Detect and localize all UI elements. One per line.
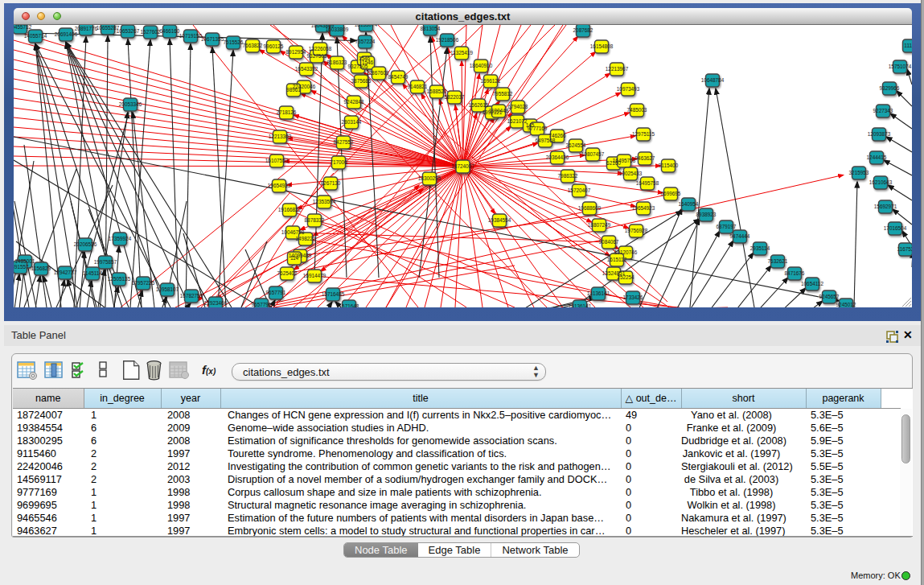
svg-text:14055714: 14055714	[24, 33, 47, 39]
svg-text:3215953: 3215953	[849, 170, 869, 175]
svg-text:12213967: 12213967	[606, 66, 629, 72]
svg-text:19384554: 19384554	[488, 217, 511, 223]
svg-text:3875685: 3875685	[351, 78, 372, 84]
svg-text:19654933: 19654933	[268, 183, 291, 188]
svg-text:6466160: 6466160	[160, 28, 180, 34]
svg-text:19218506: 19218506	[436, 37, 459, 43]
svg-text:746266: 746266	[548, 133, 566, 138]
svg-text:14136141: 14136141	[569, 303, 592, 307]
svg-text:2867608: 2867608	[369, 70, 389, 76]
svg-text:7663822: 7663822	[243, 43, 263, 48]
svg-text:12505135: 12505135	[108, 276, 131, 282]
svg-text:10688609: 10688609	[578, 205, 602, 211]
svg-text:16210643: 16210643	[869, 179, 893, 185]
svg-text:116753: 116753	[897, 246, 912, 252]
svg-text:10025433: 10025433	[619, 171, 643, 176]
svg-text:9657791: 9657791	[266, 290, 286, 295]
svg-text:1571648: 1571648	[339, 303, 359, 307]
svg-text:12975115: 12975115	[632, 131, 655, 137]
svg-text:1615112: 1615112	[607, 257, 627, 262]
svg-text:10046798: 10046798	[281, 229, 305, 235]
svg-text:16782759: 16782759	[180, 293, 203, 299]
svg-text:5822037: 5822037	[445, 94, 465, 100]
svg-text:10653267: 10653267	[117, 28, 140, 34]
svg-text:2718126: 2718126	[277, 109, 297, 115]
svg-text:16154808: 16154808	[590, 43, 614, 49]
svg-text:7515526: 7515526	[224, 39, 244, 45]
svg-text:8454749: 8454749	[388, 74, 409, 80]
svg-text:20891776: 20891776	[75, 26, 98, 31]
svg-text:19975857: 19975857	[94, 259, 117, 265]
svg-text:1485001: 1485001	[15, 258, 35, 264]
svg-text:2803144: 2803144	[342, 119, 362, 125]
svg-text:9777169: 9777169	[528, 126, 548, 131]
svg-text:6879197: 6879197	[717, 224, 737, 229]
svg-text:18640910: 18640910	[470, 63, 493, 68]
svg-text:8938923: 8938923	[696, 212, 717, 217]
svg-text:1696121: 1696121	[481, 78, 501, 84]
svg-text:10807457: 10807457	[581, 151, 605, 157]
svg-text:7485003: 7485003	[627, 107, 647, 113]
svg-text:1640954: 1640954	[679, 201, 699, 207]
svg-text:9960125: 9960125	[264, 43, 284, 49]
svg-text:1145114: 1145114	[83, 270, 102, 276]
svg-text:10648784: 10648784	[701, 77, 725, 83]
svg-text:12353594: 12353594	[313, 199, 336, 204]
svg-text:98961: 98961	[286, 87, 301, 93]
svg-text:9657791: 9657791	[252, 302, 272, 307]
svg-text:9242848: 9242848	[344, 99, 364, 105]
svg-text:10120746: 10120746	[614, 249, 638, 255]
svg-text:10973493: 10973493	[617, 86, 640, 92]
svg-text:9115400: 9115400	[659, 163, 679, 168]
svg-text:8186323: 8186323	[327, 60, 347, 65]
svg-text:8912954: 8912954	[286, 49, 306, 55]
svg-text:16033809: 16033809	[326, 27, 349, 32]
svg-text:15692971: 15692971	[874, 204, 897, 209]
svg-text:9146821: 9146821	[408, 84, 428, 89]
svg-text:15716485: 15716485	[322, 291, 345, 297]
svg-text:10671355: 10671355	[201, 36, 224, 42]
svg-text:8878332: 8878332	[305, 217, 325, 223]
svg-text:717006: 717006	[330, 159, 347, 165]
svg-text:1546: 1546	[362, 60, 374, 65]
svg-text:7357224: 7357224	[355, 39, 376, 44]
svg-text:1498222: 1498222	[296, 236, 316, 241]
svg-text:8427552: 8427552	[334, 139, 354, 145]
svg-text:17359924: 17359924	[109, 236, 132, 241]
svg-text:1562615: 1562615	[469, 102, 489, 108]
svg-text:1588520: 1588520	[427, 89, 447, 94]
svg-text:16914479: 16914479	[303, 273, 326, 278]
svg-text:10654112: 10654112	[801, 281, 823, 286]
svg-text:18807249: 18807249	[588, 222, 611, 228]
svg-text:2935114: 2935114	[750, 245, 770, 251]
svg-text:6497568: 6497568	[536, 138, 556, 143]
svg-text:18133074: 18133074	[355, 25, 378, 27]
svg-text:1112: 1112	[904, 43, 912, 48]
svg-text:13226058: 13226058	[309, 46, 332, 51]
svg-text:9474444: 9474444	[730, 233, 750, 239]
svg-text:11325419: 11325419	[450, 50, 473, 56]
svg-text:19654923: 19654923	[632, 205, 655, 211]
svg-text:16495758: 16495758	[636, 180, 659, 186]
svg-text:0699695: 0699695	[661, 191, 681, 196]
svg-text:12213363: 12213363	[269, 134, 292, 139]
svg-text:114: 114	[290, 255, 299, 261]
svg-text:17957225: 17957225	[132, 280, 155, 286]
svg-text:1244415: 1244415	[867, 154, 887, 160]
svg-text:7625402: 7625402	[277, 270, 298, 276]
svg-text:7986322: 7986322	[558, 173, 578, 179]
svg-text:16495758: 16495758	[613, 158, 636, 163]
svg-text:12093873: 12093873	[868, 131, 891, 137]
svg-text:18724007: 18724007	[451, 163, 474, 169]
svg-text:10719155: 10719155	[179, 33, 203, 39]
svg-text:10958107: 10958107	[156, 286, 179, 292]
svg-text:9327503: 9327503	[307, 53, 327, 59]
svg-text:7632621: 7632621	[768, 258, 788, 264]
svg-text:252254: 252254	[617, 274, 634, 280]
svg-text:16543392: 16543392	[295, 66, 318, 72]
svg-text:3624554: 3624554	[566, 142, 586, 148]
svg-text:2087682: 2087682	[573, 27, 593, 33]
svg-text:20053346: 20053346	[119, 101, 142, 107]
svg-text:14136141: 14136141	[587, 290, 610, 296]
svg-text:20455712: 20455712	[14, 25, 32, 30]
